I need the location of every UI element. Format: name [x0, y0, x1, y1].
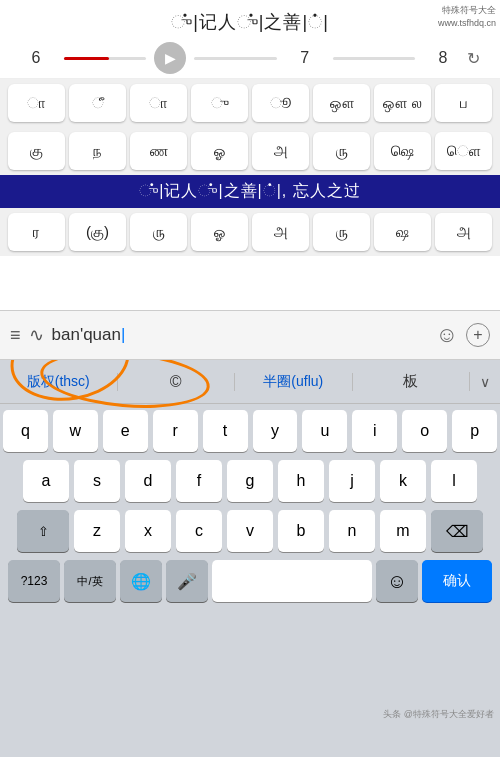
key-o[interactable]: o — [402, 410, 447, 452]
key-i[interactable]: i — [352, 410, 397, 452]
tamil-key[interactable]: ப — [435, 84, 492, 122]
tamil-key[interactable]: (கு) — [69, 213, 126, 251]
emoji-button[interactable]: ☺ — [436, 322, 458, 348]
tamil-key[interactable]: ண — [130, 132, 187, 170]
tamil-key[interactable]: ந — [69, 132, 126, 170]
suggestion-3[interactable]: 半圈(uflu) — [235, 373, 353, 391]
key-k[interactable]: k — [380, 460, 426, 502]
tamil-key[interactable]: கு — [8, 132, 65, 170]
tamil-key[interactable]: அ — [252, 132, 309, 170]
tamil-key[interactable]: ரு — [130, 213, 187, 251]
tamil-key[interactable]: ா — [8, 84, 65, 122]
top-section: 特殊符号大全 www.tsfhdq.cn ு்|记人ு்|之善|்| 6 ▶ 7… — [0, 0, 500, 310]
tamil-row-2: கு ந ண ஓ அ ரு ஷெ ெள — [0, 127, 500, 175]
top-quote: ு்|记人ு்|之善|்| — [0, 0, 500, 38]
slider-fill — [64, 57, 109, 60]
add-button[interactable]: + — [466, 323, 490, 347]
tamil-key[interactable]: ஔ ல — [374, 84, 431, 122]
key-a[interactable]: a — [23, 460, 69, 502]
key-r[interactable]: r — [153, 410, 198, 452]
emoji-face-key[interactable]: ☺ — [376, 560, 418, 602]
suggestion-4[interactable]: 板 — [353, 372, 471, 391]
num-key[interactable]: ?123 — [8, 560, 60, 602]
tamil-key[interactable]: ூ — [252, 84, 309, 122]
tamil-key[interactable]: ரு — [313, 213, 370, 251]
mic-key[interactable]: 🎤 — [166, 560, 208, 602]
key-z[interactable]: z — [74, 510, 120, 552]
key-y[interactable]: y — [253, 410, 298, 452]
watermark: 特殊符号大全 www.tsfhdq.cn — [438, 4, 496, 29]
tamil-key[interactable]: ெள — [435, 132, 492, 170]
tamil-key[interactable]: அ — [252, 213, 309, 251]
slider-track[interactable] — [64, 57, 146, 60]
key-m[interactable]: m — [380, 510, 426, 552]
key-v[interactable]: v — [227, 510, 273, 552]
confirm-key[interactable]: 确认 — [422, 560, 492, 602]
wave-icon: ∿ — [29, 324, 44, 346]
key-t[interactable]: t — [203, 410, 248, 452]
num-7: 7 — [285, 49, 325, 67]
shift-key[interactable]: ⇧ — [17, 510, 69, 552]
keyboard-row-1: q w e r t y u i o p — [3, 410, 497, 452]
key-b[interactable]: b — [278, 510, 324, 552]
tamil-key[interactable]: ஷ — [374, 213, 431, 251]
number-row: 6 ▶ 7 8 ↻ — [0, 38, 500, 79]
space-key[interactable] — [212, 560, 372, 602]
tamil-key[interactable]: ீ — [69, 84, 126, 122]
key-h[interactable]: h — [278, 460, 324, 502]
key-f[interactable]: f — [176, 460, 222, 502]
refresh-button[interactable]: ↻ — [463, 45, 484, 72]
play-button[interactable]: ▶ — [154, 42, 186, 74]
lang-key[interactable]: 中/英 — [64, 560, 116, 602]
tamil-key[interactable]: ரு — [313, 132, 370, 170]
slider-track-right[interactable] — [194, 57, 276, 60]
tamil-key[interactable]: அ — [435, 213, 492, 251]
middle-quote-banner: ு்|记人ு்|之善|்|, 忘人之过 — [0, 175, 500, 208]
key-c[interactable]: c — [176, 510, 222, 552]
tamil-keyboard: ா ீ ா ு ூ ஔ ஔ ல ப கு ந ண ஓ அ ரு ஷெ ெள — [0, 79, 500, 175]
tamil-key[interactable]: ு — [191, 84, 248, 122]
tamil-key[interactable]: ா — [130, 84, 187, 122]
key-e[interactable]: e — [103, 410, 148, 452]
num-8: 8 — [423, 49, 463, 67]
key-l[interactable]: l — [431, 460, 477, 502]
tamil-key[interactable]: ஷெ — [374, 132, 431, 170]
suggestion-2[interactable]: © — [118, 373, 236, 391]
key-j[interactable]: j — [329, 460, 375, 502]
keyboard: q w e r t y u i o p a s d f g h j k l ⇧ … — [0, 404, 500, 602]
key-g[interactable]: g — [227, 460, 273, 502]
key-s[interactable]: s — [74, 460, 120, 502]
expand-suggestions[interactable]: ∨ — [470, 374, 500, 390]
globe-key[interactable]: 🌐 — [120, 560, 162, 602]
key-p[interactable]: p — [452, 410, 497, 452]
tamil-key[interactable]: ஔ — [313, 84, 370, 122]
key-u[interactable]: u — [302, 410, 347, 452]
key-n[interactable]: n — [329, 510, 375, 552]
key-x[interactable]: x — [125, 510, 171, 552]
keyboard-row-2: a s d f g h j k l — [3, 460, 497, 502]
input-bar: ≡ ∿ ban'quan| ☺ + — [0, 310, 500, 360]
tamil-key[interactable]: ஓ — [191, 132, 248, 170]
key-w[interactable]: w — [53, 410, 98, 452]
keyboard-row-3: ⇧ z x c v b n m ⌫ — [3, 510, 497, 552]
bottom-watermark: 头条 @特殊符号大全爱好者 — [383, 708, 494, 721]
tamil-key[interactable]: ஓ — [191, 213, 248, 251]
delete-key[interactable]: ⌫ — [431, 510, 483, 552]
key-d[interactable]: d — [125, 460, 171, 502]
keyboard-row-4: ?123 中/英 🌐 🎤 ☺ 确认 — [3, 560, 497, 602]
input-text[interactable]: ban'quan| — [52, 325, 428, 345]
slider-track2[interactable] — [333, 57, 415, 60]
key-q[interactable]: q — [3, 410, 48, 452]
tamil-key[interactable]: ர — [8, 213, 65, 251]
input-value: ban'quan — [52, 325, 121, 344]
bottom-tamil-row: ர (கு) ரு ஓ அ ரு ஷ அ — [0, 208, 500, 256]
suggestion-1[interactable]: 版权(thsc) — [0, 373, 118, 391]
num-6: 6 — [16, 49, 56, 67]
tamil-row-1: ா ீ ா ு ூ ஔ ஔ ல ப — [0, 79, 500, 127]
suggestions-bar: 版权(thsc) © 半圈(uflu) 板 ∨ — [0, 360, 500, 404]
menu-icon[interactable]: ≡ — [10, 325, 21, 346]
